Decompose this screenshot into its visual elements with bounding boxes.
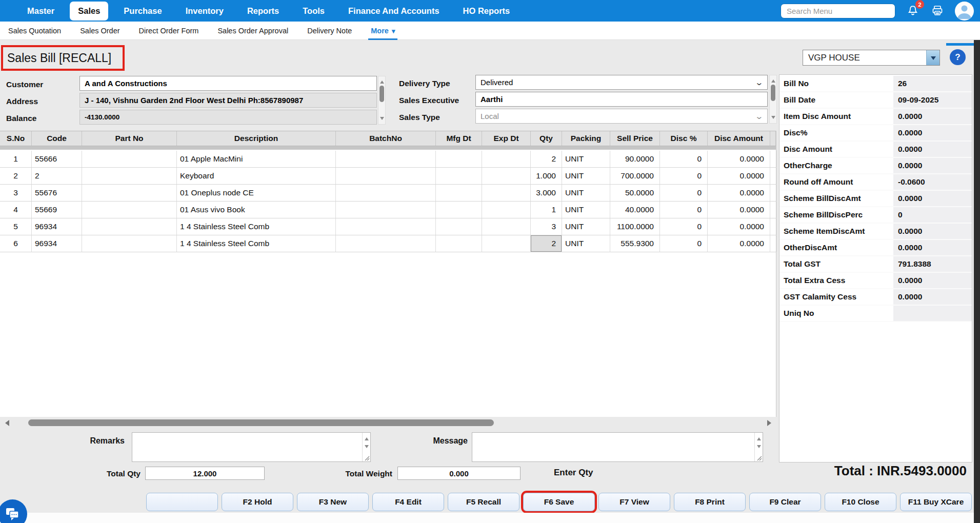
grid-cell-extra[interactable] [770, 218, 777, 235]
scrollbar-thumb[interactable] [28, 419, 494, 426]
grid-cell-qty[interactable]: 1 [531, 202, 562, 218]
grid-cell-mfg_dt[interactable] [436, 218, 482, 235]
delivery-type-select[interactable]: Delivered ⌄ [475, 75, 768, 90]
subnav-item[interactable]: Sales Order [80, 27, 119, 35]
grid-cell-extra[interactable] [770, 202, 777, 218]
scroll-up-icon[interactable] [757, 435, 761, 440]
subnav-item[interactable]: Sales Order Approval [217, 27, 288, 35]
grid-cell-disc_pct[interactable]: 0 [660, 218, 708, 235]
function-button[interactable]: F4 Edit [372, 493, 444, 511]
grid-cell-packing[interactable]: UNIT [562, 218, 610, 235]
grid-cell-mfg_dt[interactable] [436, 202, 482, 218]
table-horizontal-scrollbar[interactable] [0, 418, 776, 427]
grid-cell-description[interactable]: Keyboard [177, 168, 336, 184]
function-button[interactable]: F6 Save [523, 493, 595, 511]
grid-cell-qty[interactable]: 1.000 [531, 168, 562, 184]
grid-cell-batch_no[interactable] [336, 168, 436, 184]
grid-cell-sno[interactable]: 5 [0, 218, 32, 235]
resize-handle-icon[interactable] [364, 455, 370, 461]
grid-cell-disc_amount[interactable]: 0.0000 [708, 218, 770, 235]
grid-cell-mfg_dt[interactable] [436, 168, 482, 184]
grid-cell-mfg_dt[interactable] [436, 235, 482, 252]
topnav-item[interactable]: HO Reports [451, 2, 522, 21]
grid-cell-disc_pct[interactable]: 0 [660, 151, 708, 167]
subnav-item[interactable]: Sales Quotation [8, 27, 61, 35]
subnav-item[interactable]: Direct Order Form [139, 27, 199, 35]
grid-cell-disc_amount[interactable]: 0.0000 [708, 168, 770, 184]
remarks-textarea[interactable] [132, 433, 362, 461]
scroll-down-icon[interactable] [757, 445, 761, 450]
branch-dropdown-arrow-icon[interactable] [926, 50, 939, 65]
topnav-item[interactable]: Reports [235, 2, 291, 21]
function-button[interactable]: F7 View [598, 493, 670, 511]
grid-cell-packing[interactable]: UNIT [562, 168, 610, 184]
scroll-up-icon[interactable] [771, 77, 775, 83]
grid-cell-qty[interactable]: 2 [531, 151, 562, 167]
function-button[interactable]: F3 New [297, 493, 369, 511]
grid-cell-sell_price[interactable]: 90.0000 [610, 151, 660, 167]
grid-cell-sell_price[interactable]: 50.0000 [610, 185, 660, 201]
grid-cell-sell_price[interactable]: 1100.0000 [610, 218, 660, 235]
print-icon[interactable] [930, 4, 945, 18]
grid-cell-packing[interactable]: UNIT [562, 235, 610, 252]
grid-cell-disc_pct[interactable]: 0 [660, 235, 708, 252]
grid-cell-code[interactable]: 55676 [32, 185, 82, 201]
grid-cell-part_no[interactable] [82, 202, 177, 218]
scroll-down-icon[interactable] [365, 445, 369, 450]
grid-cell-batch_no[interactable] [336, 151, 436, 167]
function-button[interactable]: F9 Clear [749, 493, 821, 511]
grid-cell-disc_amount[interactable]: 0.0000 [708, 202, 770, 218]
grid-cell-description[interactable]: 1 4 Stainless Steel Comb [177, 218, 336, 235]
grid-cell-batch_no[interactable] [336, 185, 436, 201]
grid-cell-qty[interactable]: 3.000 [531, 185, 562, 201]
branch-select[interactable]: VGP HOUSE [803, 50, 940, 66]
grid-cell-sell_price[interactable]: 700.0000 [610, 168, 660, 184]
grid-cell-sno[interactable]: 4 [0, 202, 32, 218]
function-button[interactable] [146, 493, 218, 511]
function-button[interactable]: F5 Recall [448, 493, 519, 511]
topnav-item[interactable]: Master [15, 2, 66, 21]
grid-cell-part_no[interactable] [82, 218, 177, 235]
message-scroll-strip[interactable] [754, 433, 763, 461]
grid-cell-extra[interactable] [770, 235, 777, 252]
user-avatar[interactable] [955, 2, 974, 21]
scroll-left-icon[interactable] [2, 420, 9, 426]
customer-panel-scrollbar[interactable] [378, 76, 386, 125]
total-weight-field[interactable] [397, 467, 521, 480]
grid-cell-extra[interactable] [770, 151, 777, 167]
grid-cell-description[interactable]: 1 4 Stainless Steel Comb [177, 235, 336, 252]
message-textarea[interactable] [472, 433, 754, 461]
topnav-item[interactable]: Tools [291, 2, 336, 21]
scrollbar-thumb[interactable] [379, 86, 384, 102]
customer-field[interactable]: A and A Constructions [79, 76, 377, 91]
function-button[interactable]: F11 Buy XCare [900, 493, 972, 511]
grid-cell-exp_dt[interactable] [482, 202, 531, 218]
grid-cell-disc_pct[interactable]: 0 [660, 168, 708, 184]
grid-cell-part_no[interactable] [82, 168, 177, 184]
grid-cell-disc_amount[interactable]: 0.0000 [708, 185, 770, 201]
search-input[interactable] [781, 4, 895, 18]
resize-handle-icon[interactable] [756, 455, 762, 461]
topnav-item[interactable]: Inventory [174, 2, 235, 21]
grid-cell-sno[interactable]: 2 [0, 168, 32, 184]
grid-cell-sno[interactable]: 3 [0, 185, 32, 201]
grid-cell-mfg_dt[interactable] [436, 151, 482, 167]
grid-cell-code[interactable]: 96934 [32, 218, 82, 235]
grid-cell-code[interactable]: 55669 [32, 202, 82, 218]
grid-cell-description[interactable]: 01 Asus vivo Book [177, 202, 336, 218]
grid-cell-description[interactable]: 01 Apple MacMini [177, 151, 336, 167]
grid-cell-mfg_dt[interactable] [436, 185, 482, 201]
sales-executive-field[interactable]: Aarthi [475, 92, 768, 107]
page-scrollbar[interactable] [974, 40, 980, 523]
grid-cell-part_no[interactable] [82, 151, 177, 167]
grid-cell-batch_no[interactable] [336, 218, 436, 235]
topnav-item[interactable]: Finance And Accounts [336, 2, 451, 21]
grid-cell-exp_dt[interactable] [482, 168, 531, 184]
grid-cell-description[interactable]: 01 Oneplus node CE [177, 185, 336, 201]
grid-cell-sno[interactable]: 1 [0, 151, 32, 167]
sales-type-select[interactable]: Local ⌄ [475, 109, 768, 124]
grid-cell-packing[interactable]: UNIT [562, 151, 610, 167]
grid-cell-exp_dt[interactable] [482, 185, 531, 201]
scroll-up-icon[interactable] [365, 435, 369, 440]
grid-cell-qty[interactable]: 2 [531, 235, 562, 252]
